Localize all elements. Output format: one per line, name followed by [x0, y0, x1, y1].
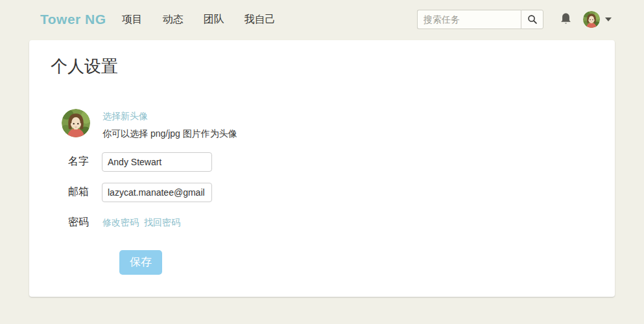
- page-title: 个人设置: [51, 57, 593, 76]
- email-field[interactable]: [102, 183, 212, 202]
- password-label: 密码: [68, 216, 102, 229]
- search-button[interactable]: [521, 10, 543, 29]
- bell-icon[interactable]: [559, 12, 573, 27]
- email-row: 邮箱: [68, 183, 593, 202]
- password-links: 修改密码 找回密码: [102, 217, 180, 229]
- email-label: 邮箱: [68, 185, 102, 199]
- avatar-section: 选择新头像 你可以选择 png/jpg 图片作为头像: [62, 109, 593, 140]
- avatar-texts: 选择新头像 你可以选择 png/jpg 图片作为头像: [102, 109, 237, 140]
- top-navbar: Tower NG 项目 动态 团队 我自己: [0, 0, 644, 39]
- password-row: 密码 修改密码 找回密码: [68, 213, 593, 233]
- user-avatar[interactable]: [583, 11, 600, 28]
- nav-item-teams[interactable]: 团队: [204, 13, 224, 27]
- nav-item-projects[interactable]: 项目: [122, 13, 143, 27]
- recover-password-link[interactable]: 找回密码: [144, 217, 180, 227]
- navbar-right-group: [417, 10, 612, 29]
- settings-card: 个人设置: [29, 40, 615, 297]
- nav-item-activity[interactable]: 动态: [163, 13, 184, 27]
- name-row: 名字: [68, 152, 593, 172]
- caret-down-icon[interactable]: [605, 17, 612, 21]
- brand-logo[interactable]: Tower NG: [40, 12, 106, 27]
- choose-avatar-link[interactable]: 选择新头像: [102, 111, 148, 122]
- settings-form: 名字 邮箱 密码 修改密码 找回密码 保存: [68, 152, 593, 275]
- avatar-hint: 你可以选择 png/jpg 图片作为头像: [102, 128, 237, 140]
- name-field[interactable]: [102, 152, 212, 172]
- nav-item-myself[interactable]: 我自己: [244, 13, 276, 27]
- profile-avatar: [62, 109, 90, 137]
- search-input[interactable]: [417, 10, 521, 29]
- save-row: 保存: [119, 250, 593, 275]
- main-nav: 项目 动态 团队 我自己: [122, 13, 296, 27]
- change-password-link[interactable]: 修改密码: [102, 217, 139, 227]
- search-group: [417, 10, 543, 29]
- search-icon: [527, 14, 538, 25]
- save-button[interactable]: 保存: [119, 250, 162, 275]
- name-label: 名字: [68, 155, 102, 168]
